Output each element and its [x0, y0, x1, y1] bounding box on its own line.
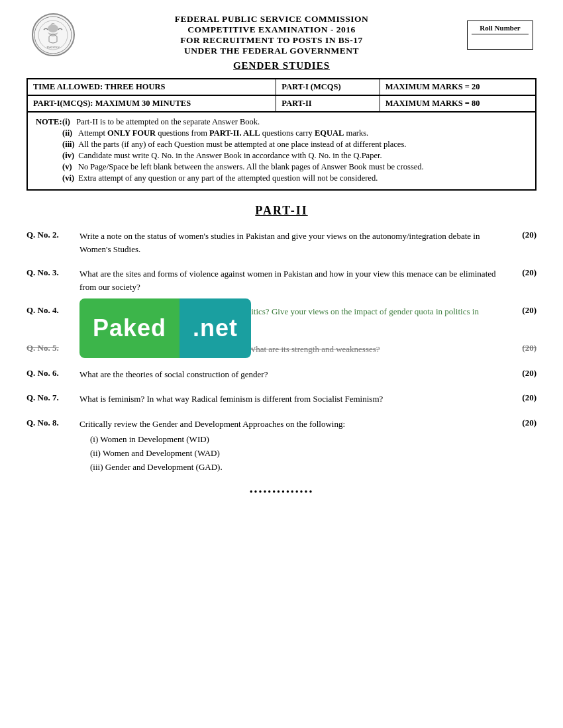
question-2: Q. No. 2. Write a note on the status of … — [26, 230, 537, 255]
q2-text: Write a note on the status of women's st… — [79, 230, 510, 255]
part1-mcqs-label: PART-I (MCQS) — [276, 79, 380, 95]
roll-number-label: Roll Number — [472, 24, 529, 34]
logo-area: PAKISTAN — [26, 13, 79, 56]
note-ii: (ii) Attempt ONLY FOUR questions from PA… — [36, 128, 525, 138]
question-8: Q. No. 8. Critically review the Gender a… — [26, 418, 537, 475]
svg-point-2 — [48, 24, 58, 32]
logo-svg: PAKISTAN — [33, 15, 73, 55]
q4-marks: (20) — [510, 305, 537, 316]
note-header: NOTE: (i) Part-II is to be attempted on … — [36, 117, 525, 127]
info-table: TIME ALLOWED: THREE HOURS PART-I (MCQS) … — [26, 78, 537, 113]
q8-text: Critically review the Gender and Develop… — [79, 418, 510, 475]
q2-marks: (20) — [510, 230, 537, 240]
note-ii-text: (ii) Attempt ONLY FOUR questions from PA… — [62, 128, 525, 138]
note-iii-text: (iii) All the parts (if any) of each Que… — [62, 140, 525, 150]
q7-text: What is feminism? In what way Radical fe… — [79, 392, 510, 406]
note-vi-text: (vi) Extra attempt of any question or an… — [62, 173, 525, 183]
header-line1: FEDERAL PUBLIC SERVICE COMMISSION — [79, 14, 464, 24]
header-line2: COMPETITIVE EXAMINATION - 2016 — [79, 24, 464, 35]
question-3: Q. No. 3. What are the sites and forms o… — [26, 267, 537, 293]
note-v-text: (v) No Page/Space be left blank between … — [62, 162, 525, 172]
q6-num: Q. No. 6. — [26, 368, 79, 379]
q8-marks: (20) — [510, 418, 537, 428]
q5-marks: (20) — [510, 343, 537, 353]
q3-num: Q. No. 3. — [26, 267, 79, 278]
q3-text: What are the sites and forms of violence… — [79, 267, 510, 293]
header-line3: FOR RECRUITMENT TO POSTS IN BS-17 — [79, 35, 464, 46]
q7-num: Q. No. 7. — [26, 392, 79, 403]
roll-number-area: Roll Number — [464, 21, 537, 50]
q3-marks: (20) — [510, 267, 537, 278]
notes-content: NOTE: (i) Part-II is to be attempted on … — [27, 113, 536, 190]
q8-sub-ii: (ii) Women and Development (WAD) — [90, 447, 510, 461]
roll-number-box: Roll Number — [467, 21, 533, 50]
question-7: Q. No. 7. What is feminism? In what way … — [26, 392, 537, 406]
part2-heading: PART-II — [26, 204, 537, 218]
q8-sub-iii: (iii) Gender and Development (GAD). — [90, 461, 510, 475]
part1-time: PART-I(MCQS): MAXIMUM 30 MINUTES — [27, 95, 276, 112]
note-iv: (iv) Candidate must write Q. No. in the … — [36, 151, 525, 161]
max-marks-20: MAXIMUM MARKS = 20 — [380, 79, 536, 95]
time-allowed: TIME ALLOWED: THREE HOURS — [27, 79, 276, 95]
question-6: Q. No. 6. What are the theories of socia… — [26, 368, 537, 381]
q2-num: Q. No. 2. — [26, 230, 79, 240]
notes-section: NOTE: (i) Part-II is to be attempted on … — [26, 113, 537, 191]
note-i: (i) Part-II is to be attempted on the se… — [62, 117, 525, 127]
note-vi: (vi) Extra attempt of any question or an… — [36, 173, 525, 183]
info-row-1: TIME ALLOWED: THREE HOURS PART-I (MCQS) … — [27, 79, 536, 95]
q8-num: Q. No. 8. — [26, 418, 79, 428]
note-label: NOTE: — [36, 117, 62, 127]
q7-marks: (20) — [510, 392, 537, 403]
q4-num: Q. No. 4. — [26, 305, 79, 316]
end-marker: •••••••••••••• — [26, 487, 537, 498]
q5-text: Write a note on women's movement in Paki… — [79, 343, 510, 356]
subject-title: GENDER STUDIES — [26, 60, 537, 71]
header-line4: UNDER THE FEDERAL GOVERNMENT — [79, 46, 464, 56]
q5-num: Q. No. 5. — [26, 343, 79, 353]
max-marks-80: MAXIMUM MARKS = 80 — [380, 95, 536, 112]
question-4: Q. No. 4. What are the pros and cons of … — [26, 305, 537, 331]
q8-sub-list: (i) Women in Development (WID) (ii) Wome… — [90, 433, 510, 474]
header-text: FEDERAL PUBLIC SERVICE COMMISSION COMPET… — [79, 14, 464, 56]
info-row-2: PART-I(MCQS): MAXIMUM 30 MINUTES PART-II… — [27, 95, 536, 112]
note-iii: (iii) All the parts (if any) of each Que… — [36, 140, 525, 150]
note-v: (v) No Page/Space be left blank between … — [36, 162, 525, 172]
question-5: Q. No. 5. Write a note on women's moveme… — [26, 343, 537, 356]
questions-section: Q. No. 2. Write a note on the status of … — [26, 230, 537, 474]
note-iv-text: (iv) Candidate must write Q. No. in the … — [62, 151, 525, 161]
q6-marks: (20) — [510, 368, 537, 379]
svg-text:PAKISTAN: PAKISTAN — [46, 46, 59, 49]
fpsc-logo: PAKISTAN — [32, 13, 75, 56]
q8-sub-i: (i) Women in Development (WID) — [90, 433, 510, 447]
part2-label: PART-II — [276, 95, 380, 112]
page-header: PAKISTAN FEDERAL PUBLIC SERVICE COMMISSI… — [26, 13, 537, 56]
q4-text: What are the pros and cons of gender quo… — [79, 305, 510, 331]
notes-inner: NOTE: (i) Part-II is to be attempted on … — [33, 114, 530, 187]
q6-text: What are the theories of social construc… — [79, 368, 510, 381]
notes-row: NOTE: (i) Part-II is to be attempted on … — [27, 113, 536, 190]
